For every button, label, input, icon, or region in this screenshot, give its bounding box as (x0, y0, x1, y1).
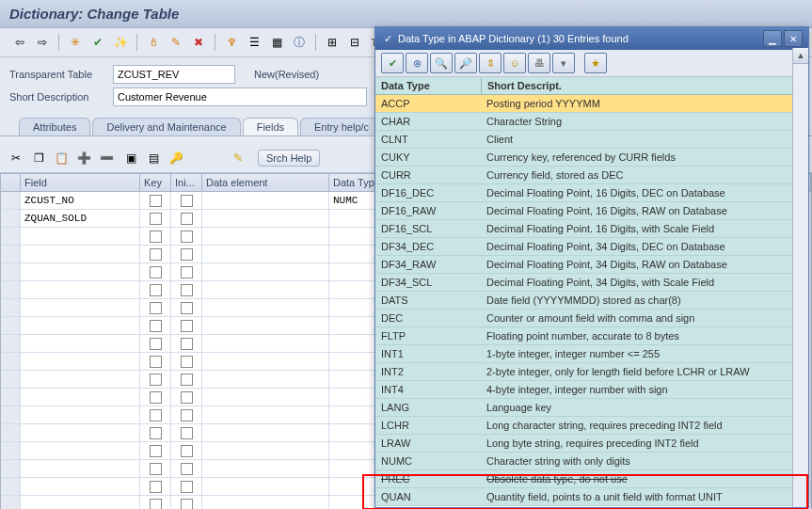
cell-key[interactable] (140, 424, 171, 441)
checkbox[interactable] (181, 302, 193, 314)
activate-icon[interactable]: ✳ (65, 32, 86, 53)
row-selector[interactable] (1, 281, 21, 298)
srch-help-button[interactable]: Srch Help (258, 150, 320, 167)
row-selector[interactable] (1, 353, 21, 370)
checkbox[interactable] (150, 374, 162, 386)
cell-field[interactable] (21, 246, 140, 262)
popup-cancel-icon[interactable]: ⊗ (406, 53, 428, 73)
cell-field[interactable]: ZCUST_NO (21, 192, 140, 209)
cell-field[interactable] (21, 299, 140, 316)
checkbox[interactable] (150, 445, 162, 457)
list-item[interactable]: DF34_SCLDecimal Floating Point, 34 Digit… (375, 274, 808, 292)
col-field[interactable]: Field (21, 174, 140, 191)
popup-print-icon[interactable]: 🖶 (528, 53, 550, 73)
list-item[interactable]: LCHRLong character string, requires prec… (375, 417, 808, 435)
checkbox[interactable] (181, 213, 193, 225)
list-icon[interactable]: ☰ (244, 32, 264, 53)
row-selector[interactable] (1, 406, 21, 423)
tab-entry-help[interactable]: Entry help/c (300, 118, 383, 135)
collapse-icon[interactable]: ▤ (143, 148, 164, 168)
row-selector[interactable] (1, 335, 21, 352)
checkbox[interactable] (181, 248, 193, 261)
checkbox[interactable] (150, 427, 162, 439)
cut-icon[interactable]: ✂ (6, 148, 26, 168)
cell-key[interactable] (140, 496, 171, 509)
cell-field[interactable] (21, 478, 140, 495)
cell-key[interactable] (140, 299, 171, 316)
popup-help-icon[interactable]: ★ (584, 53, 607, 73)
cell-data-element[interactable] (202, 371, 329, 388)
checkbox[interactable] (181, 481, 193, 493)
cell-field[interactable] (21, 406, 140, 423)
popup-download-icon[interactable]: ▾ (552, 53, 575, 73)
cell-data-element[interactable] (202, 192, 329, 209)
checkbox[interactable] (181, 463, 193, 475)
cell-init[interactable] (171, 371, 202, 388)
cell-key[interactable] (140, 478, 171, 495)
checkbox[interactable] (150, 231, 162, 243)
checkbox[interactable] (150, 266, 162, 278)
cell-data-element[interactable] (202, 478, 329, 495)
cell-init[interactable] (171, 335, 202, 352)
row-selector[interactable] (1, 210, 21, 227)
cell-field[interactable] (21, 335, 140, 352)
row-selector[interactable] (1, 317, 21, 334)
tab-attributes[interactable]: Attributes (19, 118, 90, 135)
cell-key[interactable] (140, 460, 171, 477)
cell-init[interactable] (171, 478, 202, 495)
checkbox[interactable] (181, 427, 193, 439)
row-selector[interactable] (1, 263, 21, 280)
cell-field[interactable] (21, 228, 140, 245)
row-selector[interactable] (1, 424, 21, 441)
list-item[interactable]: QUANQuantity field, points to a unit fie… (375, 488, 808, 506)
cell-key[interactable] (140, 246, 171, 262)
checkbox[interactable] (150, 284, 162, 296)
forward-icon[interactable]: ⇨ (32, 32, 53, 53)
popup-find-icon[interactable]: 🔍 (430, 53, 453, 73)
cell-data-element[interactable] (202, 317, 329, 334)
checkbox[interactable] (150, 356, 162, 368)
col-init[interactable]: Ini... (171, 174, 202, 191)
cell-data-element[interactable] (202, 228, 329, 245)
popup-close-button[interactable]: ✕ (784, 30, 803, 47)
back-icon[interactable]: ⇦ (9, 32, 30, 53)
cell-field[interactable]: ZQUAN_SOLD (21, 210, 140, 227)
cell-init[interactable] (171, 496, 202, 509)
checkbox[interactable] (181, 266, 193, 278)
append-icon[interactable]: ⊟ (344, 32, 365, 53)
cell-init[interactable] (171, 192, 202, 209)
tab-delivery[interactable]: Delivery and Maintenance (92, 118, 240, 135)
list-item[interactable]: PRECObsolete data type, do not use (375, 470, 808, 488)
cell-field[interactable] (21, 281, 140, 298)
cell-init[interactable] (171, 317, 202, 334)
cell-data-element[interactable] (202, 442, 329, 459)
row-selector[interactable] (1, 371, 21, 388)
cell-data-element[interactable] (202, 299, 329, 316)
list-item[interactable]: NUMCCharacter string with only digits (375, 453, 808, 470)
cell-data-element[interactable] (202, 263, 329, 280)
key-icon[interactable]: 🔑 (166, 148, 186, 168)
cell-key[interactable] (140, 335, 171, 352)
checkbox[interactable] (150, 248, 162, 261)
checkbox[interactable] (181, 284, 193, 296)
col-key[interactable]: Key (140, 174, 171, 191)
list-item[interactable]: CHARCharacter String (375, 113, 808, 131)
list-item[interactable]: FLTPFloating point number, accurate to 8… (375, 327, 808, 345)
list-item[interactable]: LANGLanguage key (375, 399, 808, 417)
cell-key[interactable] (140, 281, 171, 298)
checkbox[interactable] (181, 356, 193, 368)
list-item[interactable]: CLNTClient (375, 131, 808, 149)
list-item[interactable]: DF34_RAWDecimal Floating Point, 34 Digit… (375, 256, 808, 274)
tab-fields[interactable]: Fields (243, 118, 298, 135)
cell-init[interactable] (171, 263, 202, 280)
checkbox[interactable] (150, 463, 162, 475)
cell-data-element[interactable] (202, 335, 329, 352)
checkbox[interactable] (150, 409, 162, 422)
cell-init[interactable] (171, 228, 202, 245)
cell-key[interactable] (140, 192, 171, 209)
popup-personal-icon[interactable]: ☺ (503, 53, 526, 73)
list-item[interactable]: CURRCurrency field, stored as DEC (375, 167, 808, 184)
checkbox[interactable] (181, 338, 193, 350)
cell-field[interactable] (21, 460, 140, 477)
cell-data-element[interactable] (202, 210, 329, 227)
